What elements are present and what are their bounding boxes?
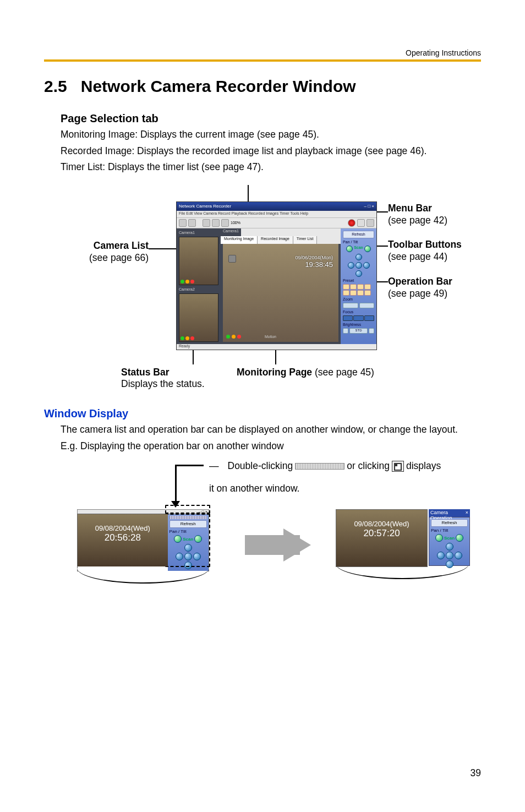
bright-std[interactable]: STD — [349, 328, 368, 334]
preset-4[interactable] — [364, 284, 371, 290]
brightness-label: Brightness — [343, 323, 374, 326]
mute-icon[interactable] — [228, 255, 236, 263]
focus-auto-icon[interactable] — [353, 315, 363, 321]
preset-label: Preset — [343, 279, 374, 282]
zoom-out-icon[interactable] — [343, 303, 358, 308]
preset-2[interactable] — [350, 284, 357, 290]
mini-after: 09/08/2004(Wed) 20:57:20 Camera Operatio… — [336, 509, 468, 579]
mini-r-c[interactable] — [446, 552, 453, 559]
time-text: 19:38:45 — [295, 260, 333, 269]
mini-right-image: 09/08/2004(Wed) 20:57:20 — [336, 510, 427, 566]
focus-far-icon[interactable] — [364, 315, 374, 321]
preset-buttons — [343, 284, 374, 296]
mini-r-scan: Scan — [444, 536, 455, 541]
status-dot-2 — [232, 335, 236, 339]
focus-label: Focus — [343, 310, 374, 314]
camera1-thumb[interactable] — [179, 237, 218, 285]
tab-recorded[interactable]: Recorded Image — [258, 236, 293, 244]
bright-up-icon[interactable] — [369, 328, 374, 334]
preset-3[interactable] — [357, 284, 364, 290]
camera2-thumb[interactable] — [179, 293, 218, 342]
stop-icon[interactable] — [367, 219, 374, 227]
toolbar-layout-icon[interactable] — [203, 219, 210, 227]
pan-left-icon[interactable] — [346, 246, 353, 252]
callout-monitoring-title: Monitoring Page — [237, 367, 312, 378]
mini-dash-top — [165, 505, 210, 514]
scan-label: Scan — [354, 246, 363, 252]
preset-7[interactable] — [357, 290, 364, 296]
tilt-up-icon[interactable] — [356, 254, 362, 260]
callout-operation: Operation Bar (see page 49) — [388, 276, 452, 300]
camera1-label: Camera1 — [179, 231, 218, 235]
live-image[interactable]: 09/06/2004(Mon) 19:38:45 Motion — [223, 244, 338, 342]
toolbar-forward-icon[interactable] — [188, 219, 196, 227]
section-number: 2.5 — [44, 77, 67, 95]
window-display-heading: Window Display — [44, 407, 481, 420]
mini-r-pantilt: Pan / Tilt — [431, 528, 468, 533]
instr-part1: Double-clicking — [228, 457, 293, 475]
preset-1[interactable] — [343, 284, 349, 290]
motion-label: Motion — [265, 335, 276, 339]
tab-timer[interactable]: Timer List — [293, 236, 317, 244]
body-line-3: Timer List: Displays the timer list (see… — [61, 161, 481, 174]
header-rule — [44, 59, 481, 62]
menu-bar[interactable]: File Edit View Camera Record Playback Re… — [177, 211, 376, 217]
record-icon[interactable] — [348, 219, 356, 227]
page-tabs: Camera1 — [221, 228, 341, 236]
section-heading: 2.5 Network Camera Recorder Window — [44, 77, 481, 96]
instr-part2: or clicking — [347, 457, 390, 475]
tab-monitoring[interactable]: Monitoring Image — [221, 236, 258, 244]
preset-6[interactable] — [350, 290, 357, 296]
preset-8[interactable] — [364, 290, 371, 296]
mini-dash-panel — [165, 514, 210, 567]
date-text: 09/06/2004(Mon) — [295, 255, 333, 260]
callout-operation-title: Operation Bar — [388, 276, 452, 287]
window-controls: – □ × — [364, 204, 374, 209]
close-icon[interactable]: × — [466, 510, 468, 516]
callout-operation-sub: (see page 49) — [388, 288, 447, 299]
active-camera-label: Camera1 — [221, 228, 241, 236]
pan-right-icon[interactable] — [364, 246, 371, 252]
tilt-down-icon[interactable] — [356, 270, 362, 277]
focus-near-icon[interactable] — [343, 315, 353, 321]
mini-r-r[interactable] — [455, 552, 462, 559]
tilt-left-icon[interactable] — [348, 262, 354, 269]
tilt-right-icon[interactable] — [363, 262, 370, 269]
mini-right-date: 09/08/2004(Wed) — [336, 520, 427, 528]
mini-r-pan-l[interactable] — [435, 534, 443, 542]
pantilt-label: Pan / Tilt — [343, 240, 374, 244]
monitoring-panel: Camera1 Monitoring Image Recorded Image … — [221, 228, 341, 344]
callout-toolbar-sub: (see page 44) — [388, 251, 447, 262]
running-head: Operating Instructions — [406, 48, 481, 57]
mini-r-d[interactable] — [446, 560, 453, 568]
camera2-label: Camera2 — [179, 287, 218, 291]
leader-camera-list — [149, 248, 177, 249]
app-screenshot: Network Camera Recorder – □ × File Edit … — [176, 201, 377, 350]
toolbar-zoom-icon[interactable] — [221, 219, 229, 227]
tilt-center-icon[interactable] — [356, 262, 362, 269]
toolbar-grid-icon[interactable] — [212, 219, 220, 227]
page-number: 39 — [471, 767, 481, 779]
mini-right-op: Refresh Pan / Tilt Scan — [429, 517, 470, 566]
callout-camera-list-sub: (see page 66) — [89, 252, 149, 263]
mini-r-refresh[interactable]: Refresh — [431, 519, 468, 527]
mini-r-up[interactable] — [446, 543, 453, 551]
mini-r-pan-r[interactable] — [456, 534, 463, 542]
preset-5[interactable] — [343, 290, 349, 296]
callout-monitoring-sub: (see page 45) — [312, 367, 374, 378]
zoom-in-icon[interactable] — [359, 303, 375, 308]
operation-bar-panel: Refresh Pan / Tilt Scan Preset — [341, 228, 376, 344]
mini-right-panel-title: Camera Operation× — [429, 509, 470, 517]
lower-figure: — Double-clicking or clicking displays i… — [44, 457, 481, 600]
pause-icon[interactable] — [357, 219, 365, 227]
callout-menu-bar: Menu Bar (see page 42) — [388, 203, 447, 227]
callout-monitoring: Monitoring Page (see page 45) — [237, 367, 374, 378]
bright-down-icon[interactable] — [343, 328, 348, 334]
refresh-button[interactable]: Refresh — [343, 231, 374, 238]
mini-r-l[interactable] — [437, 552, 445, 559]
toolbar-back-icon[interactable] — [179, 219, 187, 227]
callout-toolbar: Toolbar Buttons (see page 44) — [388, 239, 462, 263]
callout-toolbar-title: Toolbar Buttons — [388, 239, 462, 250]
grip-icon — [295, 463, 344, 470]
camera-list-panel: Camera1 Camera2 — [177, 228, 221, 344]
